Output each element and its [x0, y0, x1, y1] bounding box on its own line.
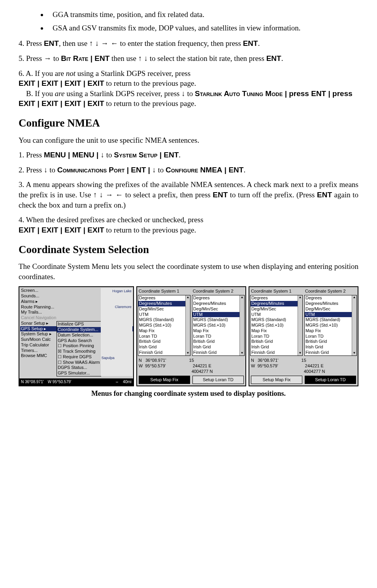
setup-loran-td-button[interactable]: Setup Loran TD: [305, 376, 356, 384]
coord-option[interactable]: Loran TD: [192, 334, 244, 339]
coord-option[interactable]: Irish Grid: [192, 344, 244, 350]
col2-title: Coordinate System 2: [193, 288, 245, 294]
coord-option[interactable]: MGRS (Standard): [251, 317, 302, 323]
status-scale: 40mi: [123, 379, 132, 385]
coord-option[interactable]: Finnish Grid: [192, 350, 244, 355]
coord-option[interactable]: Degrees: [192, 295, 244, 301]
coord-option[interactable]: Finnish Grid: [305, 350, 356, 355]
submenu-item[interactable]: ☐ Show WAAS Alarm: [57, 360, 101, 365]
bullet-list: GGA transmits time, position, and fix re…: [19, 9, 358, 33]
coord-option[interactable]: Loran TD: [251, 334, 302, 339]
coord-intro: The Coordinate System Menu lets you sele…: [19, 261, 358, 282]
setup-map-fix-button[interactable]: Setup Map Fix: [139, 376, 190, 384]
bullet-item: GSA and GSV transmits fix mode, DOP valu…: [48, 23, 358, 33]
scrollbar-icon[interactable]: ▲▼: [352, 295, 356, 355]
coord-option[interactable]: MGRS (Standard): [192, 317, 244, 323]
coord-option[interactable]: Deg/Min/Sec: [251, 306, 302, 312]
heading-configure-nmea: Configure NMEA: [19, 116, 358, 130]
coord-option[interactable]: MGRS (Standard): [138, 317, 190, 323]
heading-coordinate-system: Coordinate System Selection: [19, 242, 358, 257]
coord-readout: N 36°08.971' W 95°50.579'15 244221 E 400…: [249, 357, 358, 375]
coord-option[interactable]: Degrees: [251, 295, 302, 301]
coord-option[interactable]: Degrees/Minutes: [251, 301, 302, 306]
submenu-item[interactable]: GPS Simulator...: [57, 371, 101, 376]
map-preview: Hogan Lake Claremore Sapulpa: [101, 288, 132, 376]
figure-row: Screen...Sounds...Alarms ▸Route Planning…: [19, 286, 358, 386]
submenu-item[interactable]: Initialize GPS: [57, 321, 101, 327]
coord-option[interactable]: Degrees/Minutes: [192, 301, 244, 306]
coord-option[interactable]: MGRS (Std.+10): [305, 323, 356, 328]
coord-sys-2-list[interactable]: DegreesDegrees/MinutesDeg/Min/SecUTMMGRS…: [304, 295, 357, 355]
coord-option[interactable]: UTM: [305, 312, 356, 318]
submenu-item[interactable]: GPS Auto Search: [57, 338, 101, 344]
col1-title: Coordinate System 1: [139, 288, 190, 294]
coord-option[interactable]: Finnish Grid: [138, 350, 190, 355]
coord-option[interactable]: Map Fix: [305, 328, 356, 334]
coord-option[interactable]: Deg/Min/Sec: [305, 306, 356, 312]
status-lat: N 36°08.971': [21, 379, 44, 385]
coord-sys-2-list[interactable]: DegreesDegrees/MinutesDeg/Min/SecUTMMGRS…: [192, 295, 245, 355]
coord-option[interactable]: UTM: [138, 312, 190, 318]
submenu-item[interactable]: DGPS Status...: [57, 365, 101, 371]
coord-option[interactable]: Deg/Min/Sec: [138, 306, 190, 312]
coord-option[interactable]: Deg/Min/Sec: [192, 306, 244, 312]
coord-option[interactable]: UTM: [192, 312, 244, 318]
coord-option[interactable]: MGRS (Standard): [305, 317, 356, 323]
coord-option[interactable]: Degrees/Minutes: [138, 301, 190, 306]
coord-option[interactable]: Loran TD: [138, 334, 190, 339]
coord-option[interactable]: MGRS (Std.+10): [138, 323, 190, 328]
configure-intro: You can configure the unit to use specif…: [19, 135, 358, 146]
coord-option[interactable]: Degrees: [138, 295, 190, 301]
configure-step-2: 2. Press ↓ to Communications Port | ENT …: [19, 165, 358, 175]
status-bar: N 36°08.971' W 95°50.579' ↔ 40mi: [19, 378, 133, 386]
status-lon: W 95°50.579': [48, 379, 72, 385]
setup-map-fix-button[interactable]: Setup Map Fix: [251, 376, 302, 384]
submenu-item[interactable]: ☒ Track Smoothing: [57, 349, 101, 354]
submenu-item[interactable]: ☐ Require DGPS: [57, 354, 101, 360]
figure-caption: Menus for changing coordinate system use…: [19, 389, 358, 398]
scrollbar-icon[interactable]: ▲▼: [298, 295, 302, 355]
configure-step-1: 1. Press MENU | MENU | ↓ to System Setup…: [19, 150, 358, 160]
coord-option[interactable]: Degrees: [305, 295, 356, 301]
bullet-item: GGA transmits time, position, and fix re…: [48, 9, 358, 20]
coord-option[interactable]: Map Fix: [138, 328, 190, 334]
gps-setup-submenu: Initialize GPSCoordinate System...Datum …: [57, 321, 101, 376]
configure-step-3: 3. A menu appears showing the prefixes o…: [19, 180, 358, 210]
coord-option[interactable]: Finnish Grid: [251, 350, 302, 355]
coord-option[interactable]: Loran TD: [305, 334, 356, 339]
coord-option[interactable]: MGRS (Std.+10): [192, 323, 244, 328]
scrollbar-icon[interactable]: ▲▼: [185, 295, 190, 355]
submenu-item[interactable]: Coordinate System...: [57, 327, 101, 333]
coord-option[interactable]: Degrees/Minutes: [305, 301, 356, 306]
step-6: 6. A. If you are not using a Starlink DG…: [19, 68, 358, 109]
coord-option[interactable]: Irish Grid: [251, 344, 302, 350]
scrollbar-icon[interactable]: ▲▼: [239, 295, 244, 355]
arrows-icon: ↔: [115, 379, 119, 385]
submenu-item[interactable]: ☐ Position Pinning: [57, 343, 101, 349]
coord-sys-1-list[interactable]: DegreesDegrees/MinutesDeg/Min/SecUTMMGRS…: [138, 295, 190, 355]
coord-option[interactable]: MGRS (Std.+10): [251, 323, 302, 328]
col2-title: Coordinate System 2: [305, 288, 357, 294]
coord-readout: N 36°08.971' W 95°50.579'15 244221 E 400…: [137, 357, 245, 375]
step-5: 5. Press → to Bit Rate | ENT then use ↑ …: [19, 53, 358, 64]
coord-option[interactable]: British Grid: [192, 339, 244, 344]
coord-option[interactable]: Irish Grid: [305, 344, 356, 350]
step-4: 4. Press ENT, then use ↑ ↓ → ← to enter …: [19, 38, 358, 49]
screenshot-coord-utm: Coordinate System 1 DegreesDegrees/Minut…: [249, 286, 358, 386]
col1-title: Coordinate System 1: [251, 288, 303, 294]
coord-option[interactable]: British Grid: [138, 339, 190, 344]
screenshot-coord-degmin: Coordinate System 1 DegreesDegrees/Minut…: [136, 286, 246, 386]
coord-option[interactable]: Map Fix: [192, 328, 244, 334]
coord-option[interactable]: UTM: [251, 312, 302, 318]
coord-option[interactable]: Map Fix: [251, 328, 302, 334]
setup-loran-td-button[interactable]: Setup Loran TD: [192, 376, 244, 384]
submenu-item[interactable]: Datum Selection...: [57, 333, 101, 338]
coord-option[interactable]: Irish Grid: [138, 344, 190, 350]
coord-sys-1-list[interactable]: DegreesDegrees/MinutesDeg/Min/SecUTMMGRS…: [250, 295, 303, 355]
configure-step-4: 4. When the desired prefixes are checked…: [19, 215, 358, 235]
coord-option[interactable]: British Grid: [305, 339, 356, 344]
screenshot-menu: Screen...Sounds...Alarms ▸Route Planning…: [19, 286, 134, 386]
coord-option[interactable]: British Grid: [251, 339, 302, 344]
